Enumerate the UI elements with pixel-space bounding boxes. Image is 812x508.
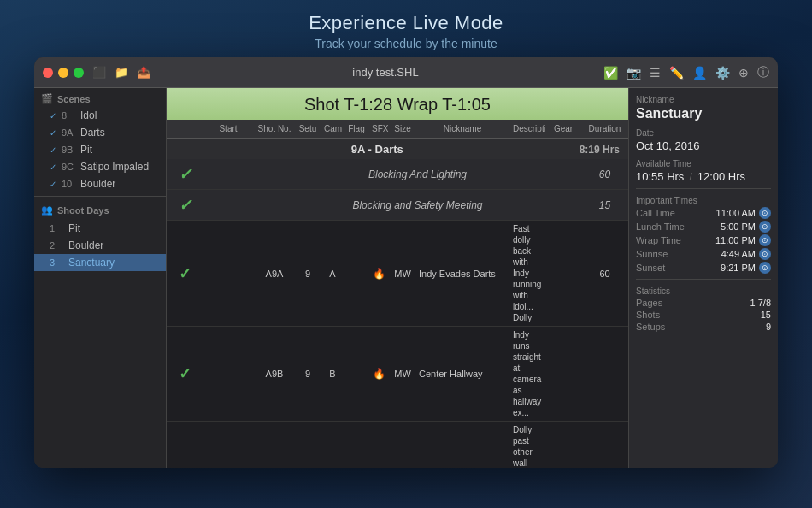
sunrise-value: 4:49 AM: [721, 249, 756, 259]
right-panel: Nickname Sanctuary Date Oct 10, 2016 Ava…: [628, 88, 778, 468]
th-cam: Cam: [321, 122, 344, 135]
sidebar-item-9a[interactable]: ✓ 9A Darts: [34, 124, 166, 141]
sidebar-item-pit[interactable]: 1 Pit: [34, 220, 166, 237]
check-circle-icon[interactable]: ✅: [603, 66, 618, 80]
th-shot-no: Shot No.: [254, 122, 295, 135]
shots-label: Shots: [636, 310, 660, 320]
sidebar-item-9c[interactable]: ✓ 9C Satipo Impaled: [34, 158, 166, 175]
sunset-button[interactable]: ⊙: [759, 262, 771, 274]
call-time-button[interactable]: ⊙: [759, 207, 771, 219]
row-start: [203, 172, 254, 177]
row-gear: [545, 371, 581, 376]
film-icon: ⬛: [92, 66, 106, 79]
row-cam: B: [321, 366, 344, 381]
row-description: Indy runs straight at camera as hallway …: [509, 327, 545, 421]
row-setu: 8: [295, 467, 321, 469]
setups-value: 9: [766, 322, 771, 332]
table-row[interactable]: ✓ A9B 9 B 🔥 MW Center Hallway Indy runs …: [167, 327, 628, 422]
traffic-lights: [43, 68, 84, 78]
row-flag: [344, 271, 368, 276]
checkmark-icon: ✓: [179, 465, 191, 469]
th-start: Start: [203, 122, 254, 135]
lunch-time-value: 5:00 PM: [721, 222, 756, 232]
checkmark-icon: ✓: [179, 196, 191, 215]
export-icon[interactable]: 📤: [137, 66, 150, 79]
table-row[interactable]: ✓ Blocking And Lighting 60: [167, 159, 628, 190]
maximize-button[interactable]: [74, 68, 84, 78]
table-header: Start Shot No. Setu Cam Flag SFX Size Ni…: [167, 120, 628, 139]
row-nickname: Indy Evades Darts: [415, 266, 509, 281]
sidebar-item-10[interactable]: ✓ 10 Boulder: [34, 175, 166, 192]
row-setu: 9: [295, 266, 321, 281]
scene-divider-9a: 9A - Darts 8:19 Hrs: [167, 139, 628, 159]
fire-icon: 🔥: [373, 368, 385, 380]
table-row[interactable]: ✓ A9C 8 B 🔥 M Darts Shoot Out 2 Dolly pa…: [167, 422, 628, 468]
app-title: Experience Live Mode: [309, 12, 503, 34]
toolbar-left: ⬛ 📁 📤: [92, 66, 150, 79]
folder-icon[interactable]: 📁: [115, 66, 128, 79]
sidebar-item-boulder[interactable]: 2 Boulder: [34, 237, 166, 254]
check-icon-8: ✓: [50, 111, 56, 121]
row-size: MW: [390, 366, 415, 381]
th-nickname: Nickname: [415, 122, 509, 135]
row-duration: [581, 371, 628, 376]
call-time-label: Call Time: [636, 208, 675, 218]
check-icon-9c: ✓: [50, 162, 56, 172]
setups-label: Setups: [636, 322, 665, 332]
row-group-label: Blocking and Safety Meeting: [254, 199, 581, 211]
minimize-button[interactable]: [58, 68, 68, 78]
row-description: Fast dolly back with Indy running with i…: [509, 221, 545, 326]
sunrise-button[interactable]: ⊙: [759, 248, 771, 260]
th-sfx: SFX: [368, 122, 390, 135]
th-duration: Duration: [581, 122, 628, 135]
row-sfx: 🔥: [368, 265, 390, 282]
list-icon[interactable]: ☰: [650, 66, 661, 80]
table-row[interactable]: ✓ Blocking and Safety Meeting 15: [167, 190, 628, 221]
film-strip-icon: 🎬: [41, 93, 53, 104]
row-nickname: Darts Shoot Out 2: [415, 467, 509, 469]
wrap-time-button[interactable]: ⊙: [759, 234, 771, 246]
checkmark-icon: ✓: [179, 165, 191, 184]
sunset-label: Sunset: [636, 263, 665, 273]
info-icon[interactable]: ⓘ: [757, 65, 769, 80]
pages-value: 1 7/8: [750, 298, 771, 308]
plus-icon[interactable]: ⊕: [738, 66, 749, 80]
row-check: ✓: [167, 463, 203, 469]
th-flag: Flag: [344, 122, 368, 135]
person-icon[interactable]: 👤: [692, 66, 707, 80]
check-icon-9b: ✓: [50, 145, 56, 155]
scenes-header: 🎬 Scenes: [34, 88, 166, 107]
shots-row: Shots 15: [636, 310, 771, 320]
app-subtitle: Track your schedule by the minute: [309, 37, 503, 50]
row-start: [203, 203, 254, 208]
lunch-time-button[interactable]: ⊙: [759, 221, 771, 233]
row-duration: 60: [581, 266, 628, 281]
edit-icon[interactable]: ✏️: [669, 66, 684, 80]
th-check: [167, 122, 203, 135]
close-button[interactable]: [43, 68, 53, 78]
sidebar-item-sanctuary[interactable]: 3 Sanctuary: [34, 254, 166, 271]
outer-header: Experience Live Mode Track your schedule…: [309, 0, 503, 57]
wrap-time-row: Wrap Time 11:00 PM ⊙: [636, 234, 771, 246]
table-row[interactable]: ✓ A9A 9 A 🔥 MW Indy Evades Darts Fast do…: [167, 221, 628, 327]
main-content: 🎬 Scenes ✓ 8 Idol ✓ 9A Darts ✓ 9B Pit ✓ …: [34, 88, 778, 468]
row-group-dur: 60: [581, 168, 628, 180]
th-description: Description: [509, 122, 545, 135]
row-start: [203, 271, 254, 276]
gear-icon[interactable]: ⚙️: [715, 66, 730, 80]
fire-icon: 🔥: [373, 268, 385, 280]
center-panel: Shot T-1:28 Wrap T-1:05 Start Shot No. S…: [167, 88, 628, 468]
rp-divider-1: [636, 188, 771, 189]
call-time-value: 11:00 AM: [716, 208, 756, 218]
th-gear: Gear: [545, 122, 581, 135]
sidebar-item-9b[interactable]: ✓ 9B Pit: [34, 141, 166, 158]
row-shot-no: A9C: [254, 467, 295, 469]
row-gear: [545, 271, 581, 276]
sunrise-row: Sunrise 4:49 AM ⊙: [636, 248, 771, 260]
sidebar-item-8[interactable]: ✓ 8 Idol: [34, 107, 166, 124]
available-time-label: Available Time: [636, 159, 771, 168]
row-check: ✓: [167, 162, 203, 186]
sunrise-label: Sunrise: [636, 249, 668, 259]
camera-icon[interactable]: 📷: [627, 66, 641, 80]
check-icon-9a: ✓: [50, 128, 56, 138]
